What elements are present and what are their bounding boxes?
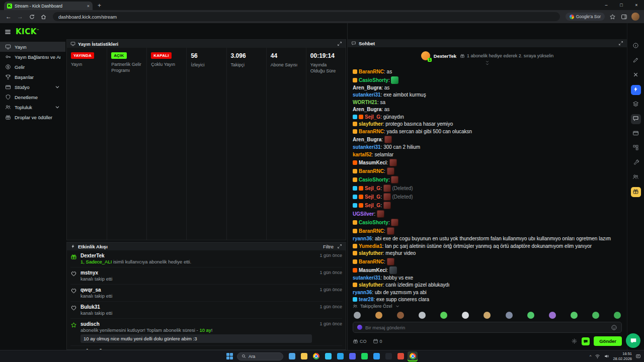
sidebar-item[interactable]: Denetleme <box>0 92 65 102</box>
taskbar-spotify[interactable] <box>359 351 369 361</box>
event-username[interactable]: sudisch <box>80 321 312 327</box>
emote-icon[interactable] <box>389 159 397 166</box>
event-username[interactable]: yefecan2 <box>80 348 312 349</box>
taskbar-edge[interactable] <box>323 351 333 361</box>
sidebar-item[interactable]: Yayın <box>0 42 65 52</box>
ask-google-button[interactable]: Google'a Sor <box>566 13 605 21</box>
quick-emote-icon[interactable] <box>592 312 599 319</box>
support-chat-fab[interactable] <box>626 333 640 348</box>
chat-username[interactable]: Aren_Bugra <box>353 137 381 142</box>
new-tab-button[interactable]: + <box>98 2 101 9</box>
taskbar-obs[interactable] <box>383 351 393 361</box>
wifi-icon[interactable] <box>595 353 600 359</box>
reload-button[interactable] <box>28 13 36 21</box>
event-username[interactable]: qwqr_sa <box>80 287 312 293</box>
chat-username[interactable]: CasioShorty <box>359 177 388 183</box>
quick-emote-icon[interactable] <box>462 312 469 319</box>
emote-icon[interactable] <box>383 185 391 192</box>
quick-emote-icon[interactable] <box>440 312 447 319</box>
taskbar-clock[interactable]: 16:51 28.02.2026 <box>613 351 632 361</box>
chat-username[interactable]: WORTH21 <box>353 100 377 105</box>
quick-emote-icon[interactable] <box>527 312 534 319</box>
chat-username[interactable]: slayfuther <box>359 250 383 256</box>
chat-username[interactable]: slayfuther <box>359 282 383 288</box>
emote-icon[interactable] <box>391 219 398 226</box>
taskbar-file-explorer[interactable] <box>299 351 309 361</box>
chat-username[interactable]: sutankeri31 <box>353 275 381 281</box>
back-button[interactable]: ← <box>5 13 13 21</box>
rail-edit-button[interactable] <box>631 56 641 66</box>
forward-button[interactable]: → <box>16 13 24 21</box>
rail-boost-button[interactable] <box>631 85 641 95</box>
quick-emote-icon[interactable] <box>549 312 556 319</box>
chat-username[interactable]: CasioShorty <box>359 220 388 225</box>
quick-emote-icon[interactable] <box>419 312 426 319</box>
quick-emote-icon[interactable] <box>397 312 404 319</box>
chat-username[interactable]: Sejl_G <box>365 114 380 120</box>
browser-tab[interactable]: K Stream - Kick Dashboard × <box>4 2 93 10</box>
quick-emote-icon[interactable] <box>375 312 382 319</box>
chat-username[interactable]: UGSilver <box>353 211 374 217</box>
chat-username[interactable]: Sejl_G <box>365 203 380 208</box>
rail-rewards-button[interactable] <box>631 187 641 197</box>
emote-icon[interactable] <box>387 167 394 175</box>
sidebar-item[interactable]: Droplar ve ödüller <box>0 112 65 122</box>
send-button[interactable]: Gönder <box>594 336 622 346</box>
chat-username[interactable]: CasioShorty <box>359 77 388 83</box>
emote-icon[interactable] <box>377 210 384 218</box>
chat-username[interactable]: MasumKeci <box>359 267 387 273</box>
expand-icon[interactable] <box>337 244 342 249</box>
followers-only-bar[interactable]: Takipçilere Özel <box>348 302 627 310</box>
notification-icon[interactable] <box>635 353 641 359</box>
taskbar-chrome[interactable] <box>311 351 321 361</box>
emote-icon[interactable] <box>391 176 398 184</box>
event-username[interactable]: Buluk31 <box>80 304 312 310</box>
chat-username[interactable]: ryann36 <box>353 236 372 241</box>
chat-username[interactable]: BaranRNC <box>359 228 384 234</box>
sidebar-item[interactable]: Başarılar <box>0 72 65 82</box>
chat-username[interactable]: Aren_Bugra <box>353 85 381 90</box>
event-username[interactable]: mstnyx <box>80 270 312 276</box>
chat-username[interactable]: Aren_Bugra <box>353 107 381 112</box>
window-close-button[interactable]: × <box>629 0 644 10</box>
rail-clips-button[interactable] <box>631 129 641 139</box>
address-bar[interactable]: dashboard.kick.com/stream <box>53 12 560 21</box>
chat-username[interactable]: BaranRNC <box>359 129 384 134</box>
sidebar-item[interactable]: Topluluk <box>0 102 65 112</box>
taskbar-chrome-active[interactable] <box>408 351 418 361</box>
sidebar-item[interactable]: Stüdyo <box>0 82 65 92</box>
emote-icon[interactable] <box>387 258 394 265</box>
rail-close-button[interactable] <box>631 70 641 80</box>
emote-icon[interactable] <box>383 193 391 201</box>
chat-username[interactable]: Yumedia1 <box>359 243 382 249</box>
chat-message-input[interactable] <box>365 325 608 330</box>
quick-emote-icon[interactable] <box>354 312 361 319</box>
rail-chat-button[interactable] <box>631 114 641 124</box>
expand-icon[interactable] <box>618 41 623 46</box>
chat-username[interactable]: BaranRNC <box>359 259 384 264</box>
emote-icon[interactable] <box>391 76 398 84</box>
emote-icon[interactable] <box>383 202 391 209</box>
chat-username[interactable]: BaranRNC <box>359 168 384 174</box>
rail-info-button[interactable] <box>631 41 641 51</box>
taskbar-vscode[interactable] <box>371 351 381 361</box>
rail-community-button[interactable] <box>631 172 641 183</box>
chat-username[interactable]: kartal52 <box>353 152 372 157</box>
taskbar-discord[interactable] <box>347 351 357 361</box>
chat-username[interactable]: slayfuther <box>359 121 383 127</box>
emote-icon[interactable] <box>389 266 397 274</box>
kick-logo[interactable]: KICK™ <box>16 28 39 36</box>
taskbar-task-view[interactable] <box>287 351 297 361</box>
menu-hamburger-icon[interactable] <box>4 28 12 36</box>
chat-username[interactable]: Sejl_G <box>365 186 380 191</box>
browser-profile-avatar[interactable] <box>631 13 639 21</box>
taskbar-telegram[interactable] <box>335 351 345 361</box>
taskbar-search[interactable]: Ara <box>237 352 283 360</box>
chat-username[interactable]: MasumKeci <box>359 160 387 165</box>
rail-tools-button[interactable] <box>631 158 641 168</box>
emote-icon[interactable] <box>387 227 394 235</box>
sidebar-item[interactable]: Yayın Bağlantısı ve Anahtarı <box>0 52 65 62</box>
bookmark-star-icon[interactable] <box>608 13 616 21</box>
quick-emote-icon[interactable] <box>506 312 513 319</box>
chat-username[interactable]: sutankeri31 <box>353 144 381 150</box>
